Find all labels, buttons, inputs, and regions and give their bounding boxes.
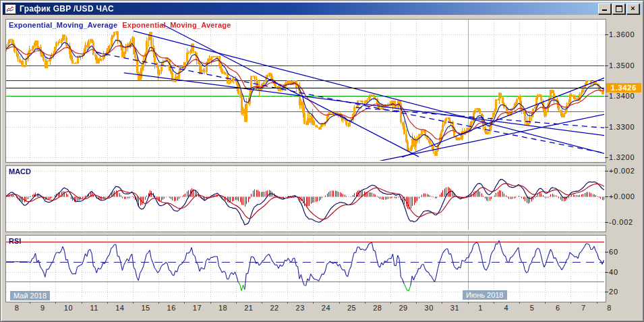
rsi-axis-label: 40 <box>609 268 618 276</box>
price-chart-panel: Exponential_Moving_AverageExponential_Mo… <box>5 19 606 163</box>
macd-axis-label: +0.002 <box>609 167 635 175</box>
price-axis-tick <box>605 34 608 35</box>
ema-legend: Exponential_Moving_AverageExponential_Mo… <box>9 21 236 29</box>
date-axis-label: 11 <box>90 304 98 312</box>
price-chart-canvas[interactable] <box>6 20 604 161</box>
date-axis-label: 22 <box>270 304 279 312</box>
price-axis-tick <box>605 96 608 97</box>
date-axis-tick <box>30 302 30 304</box>
rsi-axis-label: 20 <box>609 288 618 296</box>
date-axis-label: 10 <box>64 304 73 312</box>
month-label-may: Май 2018 <box>10 291 50 300</box>
rsi-canvas[interactable] <box>6 236 604 300</box>
date-axis-tick <box>570 302 571 304</box>
rsi-label: RSI <box>9 237 21 245</box>
date-axis-label: 17 <box>193 304 202 312</box>
date-axis-tick <box>442 302 442 304</box>
close-icon: × <box>631 5 635 12</box>
date-axis-label: 8 <box>15 304 20 312</box>
date-axis-tick <box>184 302 185 304</box>
current-price-badge: 1.3426 <box>606 83 641 92</box>
price-axis-label: 1.3300 <box>609 123 635 131</box>
price-axis-tick <box>605 65 608 66</box>
close-button[interactable]: × <box>626 3 639 14</box>
date-axis-tick <box>262 302 262 304</box>
macd-panel: MACD <box>5 165 606 232</box>
date-axis-tick <box>416 302 417 304</box>
minimize-icon <box>602 5 607 11</box>
date-axis-label: 25 <box>347 304 356 312</box>
date-axis-label: 18 <box>218 304 227 312</box>
date-axis-tick <box>133 302 134 304</box>
date-axis-tick <box>236 302 237 304</box>
minimize-button[interactable] <box>598 3 611 14</box>
price-axis-label: 1.3500 <box>609 61 635 70</box>
date-axis-tick <box>494 302 494 304</box>
window-controls: × <box>598 3 639 14</box>
date-axis-tick <box>545 302 546 304</box>
price-axis-tick <box>605 157 608 158</box>
date-axis-label: 5 <box>530 304 535 312</box>
date-axis-label: 8 <box>607 304 612 312</box>
macd-axis-tick <box>605 196 608 197</box>
macd-axis-label: +0.000 <box>609 192 635 200</box>
date-axis-tick <box>313 302 314 304</box>
date-axis-label: 6 <box>556 304 560 312</box>
macd-axis-tick <box>605 171 608 171</box>
rsi-axis-tick <box>605 252 608 252</box>
date-axis-label: 7 <box>581 304 586 312</box>
month-label-june: Июнь 2018 <box>463 290 507 300</box>
ema-label-fast: Exponential_Moving_Average <box>9 21 117 29</box>
window-title: График GBP /USD ЧАС <box>20 4 114 14</box>
rsi-axis-tick <box>605 272 608 273</box>
date-axis-tick <box>82 302 82 304</box>
date-axis-label: 16 <box>167 304 176 312</box>
date-axis-label: 9 <box>40 304 45 312</box>
rsi-axis-tick <box>605 292 608 292</box>
date-axis-label: 21 <box>244 304 253 312</box>
date-axis-label: 24 <box>322 304 330 312</box>
price-axis-label: 1.3200 <box>609 153 635 161</box>
date-axis-label: 4 <box>504 304 508 312</box>
date-axis-label: 30 <box>425 304 434 312</box>
price-axis-label: 1.3400 <box>609 92 635 100</box>
macd-axis-tick <box>605 222 608 223</box>
date-axis-tick <box>597 302 597 304</box>
date-axis-tick <box>365 302 365 304</box>
date-axis-tick <box>390 302 391 304</box>
date-axis-label: 23 <box>296 304 305 312</box>
title-bar[interactable]: График GBP /USD ЧАС × <box>3 3 641 15</box>
date-axis-tick <box>107 302 108 304</box>
date-axis-tick <box>287 302 288 304</box>
chart-icon <box>5 4 16 14</box>
rsi-panel: RSI <box>5 235 606 302</box>
price-axis-label: 1.3600 <box>609 30 635 38</box>
date-axis-label: 28 <box>373 304 382 312</box>
macd-canvas[interactable] <box>6 166 604 230</box>
price-axis-tick <box>605 127 608 128</box>
date-axis-tick <box>468 302 469 304</box>
maximize-icon <box>616 5 622 12</box>
date-axis-label: 15 <box>141 304 150 312</box>
macd-axis-label: -0.002 <box>609 218 633 226</box>
date-axis-label: 1 <box>478 304 483 312</box>
ema-label-slow: Exponential_Moving_Average <box>122 21 231 29</box>
rsi-axis-label: 60 <box>609 248 618 256</box>
date-axis-tick <box>339 302 340 304</box>
macd-label: MACD <box>9 167 31 176</box>
date-axis-label: 14 <box>115 304 124 312</box>
date-axis-tick <box>210 302 211 304</box>
maximize-button[interactable] <box>612 3 625 14</box>
date-axis-tick <box>55 302 56 304</box>
date-axis-label: 29 <box>399 304 407 312</box>
date-axis-tick <box>519 302 520 304</box>
date-axis-tick <box>158 302 159 304</box>
date-axis-label: 31 <box>450 304 459 312</box>
